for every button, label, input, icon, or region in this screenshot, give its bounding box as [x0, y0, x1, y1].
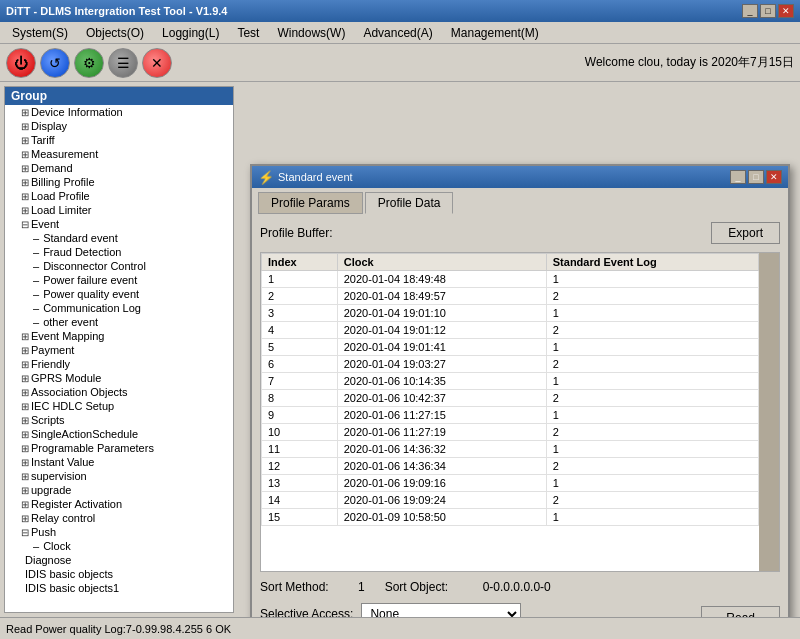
sidebar-item-event-mapping[interactable]: ⊞Event Mapping — [5, 329, 233, 343]
sidebar-item-fraud-detection[interactable]: –Fraud Detection — [5, 245, 233, 259]
table-row[interactable]: 13 2020-01-06 19:09:16 1 — [262, 475, 759, 492]
cell-clock: 2020-01-09 10:58:50 — [337, 509, 546, 526]
table-row[interactable]: 2 2020-01-04 18:49:57 2 — [262, 288, 759, 305]
sort-method-label: Sort Method: — [260, 580, 350, 594]
table-row[interactable]: 15 2020-01-09 10:58:50 1 — [262, 509, 759, 526]
sidebar-item-measurement[interactable]: ⊞Measurement — [5, 147, 233, 161]
export-button[interactable]: Export — [711, 222, 780, 244]
table-row[interactable]: 7 2020-01-06 10:14:35 1 — [262, 373, 759, 390]
sidebar-item-supervision[interactable]: ⊞supervision — [5, 469, 233, 483]
cell-clock: 2020-01-04 19:01:12 — [337, 322, 546, 339]
menu-management[interactable]: Management(M) — [443, 24, 547, 42]
menu-test[interactable]: Test — [229, 24, 267, 42]
table-row[interactable]: 5 2020-01-04 19:01:41 1 — [262, 339, 759, 356]
sidebar-item-tariff[interactable]: ⊞Tariff — [5, 133, 233, 147]
sidebar-item-display[interactable]: ⊞Display — [5, 119, 233, 133]
cell-log: 2 — [546, 356, 758, 373]
table-row[interactable]: 12 2020-01-06 14:36:34 2 — [262, 458, 759, 475]
dash-icon: – — [33, 260, 39, 272]
table-row[interactable]: 8 2020-01-06 10:42:37 2 — [262, 390, 759, 407]
sidebar-item-scripts[interactable]: ⊞Scripts — [5, 413, 233, 427]
dialog-minimize[interactable]: _ — [730, 170, 746, 184]
sidebar-item-disconnector-control[interactable]: –Disconnector Control — [5, 259, 233, 273]
menu-system[interactable]: System(S) — [4, 24, 76, 42]
sidebar-item-billing-profile[interactable]: ⊞Billing Profile — [5, 175, 233, 189]
cell-log: 1 — [546, 441, 758, 458]
sidebar-item-event[interactable]: ⊟Event — [5, 217, 233, 231]
sidebar-item-programable[interactable]: ⊞Programable Parameters — [5, 441, 233, 455]
expand-icon: ⊞ — [21, 387, 29, 398]
dialog-maximize[interactable]: □ — [748, 170, 764, 184]
maximize-button[interactable]: □ — [760, 4, 776, 18]
table-row[interactable]: 14 2020-01-06 19:09:24 2 — [262, 492, 759, 509]
sidebar-item-power-quality[interactable]: –Power quality event — [5, 287, 233, 301]
toolbar: ⏻ ↺ ⚙ ☰ ✕ Welcome clou, today is 2020年7月… — [0, 44, 800, 82]
sidebar-item-association[interactable]: ⊞Association Objects — [5, 385, 233, 399]
sidebar-item-gprs[interactable]: ⊞GPRS Module — [5, 371, 233, 385]
expand-icon: ⊞ — [21, 149, 29, 160]
menu-advanced[interactable]: Advanced(A) — [355, 24, 440, 42]
table-row[interactable]: 9 2020-01-06 11:27:15 1 — [262, 407, 759, 424]
table-row[interactable]: 10 2020-01-06 11:27:19 2 — [262, 424, 759, 441]
expand-icon: ⊞ — [21, 429, 29, 440]
dialog-close[interactable]: ✕ — [766, 170, 782, 184]
sidebar-item-push[interactable]: ⊟Push — [5, 525, 233, 539]
sidebar-item-diagnose[interactable]: Diagnose — [5, 553, 233, 567]
sidebar-item-single-action[interactable]: ⊞SingleActionSchedule — [5, 427, 233, 441]
sidebar-item-friendly[interactable]: ⊞Friendly — [5, 357, 233, 371]
sidebar-item-register-activation[interactable]: ⊞Register Activation — [5, 497, 233, 511]
table-row[interactable]: 6 2020-01-04 19:03:27 2 — [262, 356, 759, 373]
title-bar: DiTT - DLMS Intergration Test Tool - V1.… — [0, 0, 800, 22]
sidebar-item-payment[interactable]: ⊞Payment — [5, 343, 233, 357]
tab-profile-data[interactable]: Profile Data — [365, 192, 454, 214]
sidebar-item-demand[interactable]: ⊞Demand — [5, 161, 233, 175]
table-row[interactable]: 11 2020-01-06 14:36:32 1 — [262, 441, 759, 458]
expand-icon: ⊞ — [21, 107, 29, 118]
expand-icon: ⊞ — [21, 135, 29, 146]
sidebar-item-idis-basic1[interactable]: IDIS basic objects1 — [5, 581, 233, 595]
cell-clock: 2020-01-04 19:03:27 — [337, 356, 546, 373]
power-button[interactable]: ⏻ — [6, 48, 36, 78]
menu-objects[interactable]: Objects(O) — [78, 24, 152, 42]
expand-icon: ⊞ — [21, 177, 29, 188]
table-row[interactable]: 4 2020-01-04 19:01:12 2 — [262, 322, 759, 339]
sidebar-item-load-profile[interactable]: ⊞Load Profile — [5, 189, 233, 203]
table-row[interactable]: 3 2020-01-04 19:01:10 1 — [262, 305, 759, 322]
close-toolbar-button[interactable]: ✕ — [142, 48, 172, 78]
connect-button[interactable]: ↺ — [40, 48, 70, 78]
table-row[interactable]: 1 2020-01-04 18:49:48 1 — [262, 271, 759, 288]
settings-button[interactable]: ⚙ — [74, 48, 104, 78]
sidebar-item-load-limiter[interactable]: ⊞Load Limiter — [5, 203, 233, 217]
expand-icon: ⊞ — [21, 415, 29, 426]
cell-index: 7 — [262, 373, 338, 390]
cell-clock: 2020-01-06 11:27:15 — [337, 407, 546, 424]
cell-index: 5 — [262, 339, 338, 356]
sidebar-item-device-information[interactable]: ⊞Device Information — [5, 105, 233, 119]
expand-icon: ⊟ — [21, 219, 29, 230]
menu-windows[interactable]: Windows(W) — [269, 24, 353, 42]
sidebar-item-relay-control[interactable]: ⊞Relay control — [5, 511, 233, 525]
sidebar-item-idis-basic[interactable]: IDIS basic objects — [5, 567, 233, 581]
sidebar-item-standard-event[interactable]: –Standard event — [5, 231, 233, 245]
data-table-scroll[interactable]: Index Clock Standard Event Log 1 2020-01… — [261, 253, 759, 571]
minimize-button[interactable]: _ — [742, 4, 758, 18]
col-header-index: Index — [262, 254, 338, 271]
cell-clock: 2020-01-04 19:01:10 — [337, 305, 546, 322]
status-text: Read Power quality Log:7-0.99.98.4.255 6… — [6, 623, 231, 635]
menu-logging[interactable]: Logging(L) — [154, 24, 227, 42]
sidebar-item-other-event[interactable]: –other event — [5, 315, 233, 329]
cell-log: 2 — [546, 492, 758, 509]
misc-button[interactable]: ☰ — [108, 48, 138, 78]
sidebar-item-clock[interactable]: –Clock — [5, 539, 233, 553]
sidebar-item-instant-value[interactable]: ⊞Instant Value — [5, 455, 233, 469]
tab-profile-params[interactable]: Profile Params — [258, 192, 363, 214]
sort-method-row: Sort Method: 1 — [260, 580, 365, 594]
app-close-button[interactable]: ✕ — [778, 4, 794, 18]
cell-clock: 2020-01-06 10:42:37 — [337, 390, 546, 407]
sidebar-item-communication-log[interactable]: –Communication Log — [5, 301, 233, 315]
scroll-panel — [759, 253, 779, 571]
cell-index: 3 — [262, 305, 338, 322]
sidebar-item-iec-hdlc[interactable]: ⊞IEC HDLC Setup — [5, 399, 233, 413]
sidebar-item-upgrade[interactable]: ⊞upgrade — [5, 483, 233, 497]
sidebar-item-power-failure[interactable]: –Power failure event — [5, 273, 233, 287]
